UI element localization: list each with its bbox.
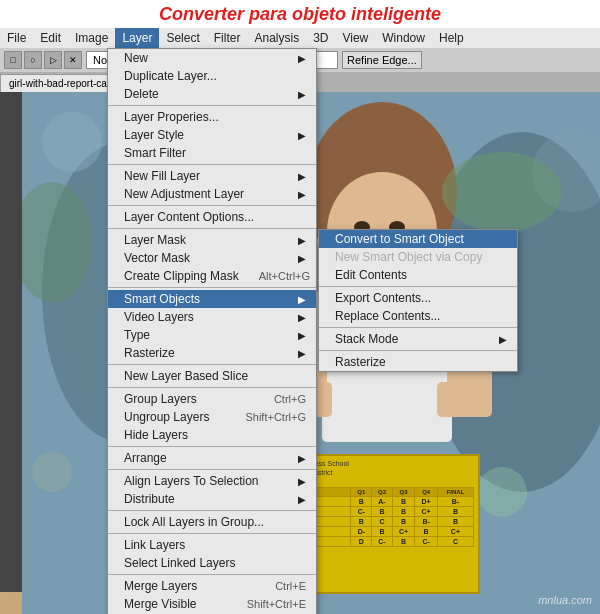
menu-item-new-slice[interactable]: New Layer Based Slice bbox=[108, 367, 316, 385]
separator bbox=[108, 510, 316, 511]
separator bbox=[108, 164, 316, 165]
menu-item-new[interactable]: New▶ bbox=[108, 49, 316, 67]
title-bar: Converter para objeto inteligente bbox=[0, 0, 600, 28]
layer-dropdown-menu[interactable]: New▶ Duplicate Layer... Delete▶ Layer Pr… bbox=[107, 48, 317, 614]
menu-item-layer-mask[interactable]: Layer Mask▶ bbox=[108, 231, 316, 249]
separator bbox=[108, 387, 316, 388]
separator bbox=[108, 287, 316, 288]
menu-item-merge-visible[interactable]: Merge Visible Shift+Ctrl+E bbox=[108, 595, 316, 613]
menu-bar[interactable]: File Edit Image Layer Select Filter Anal… bbox=[0, 28, 600, 48]
separator bbox=[319, 327, 517, 328]
menu-item-ungroup[interactable]: Ungroup Layers Shift+Ctrl+G bbox=[108, 408, 316, 426]
separator bbox=[108, 228, 316, 229]
menu-item-video-layers[interactable]: Video Layers▶ bbox=[108, 308, 316, 326]
menu-item-align[interactable]: Align Layers To Selection▶ bbox=[108, 472, 316, 490]
svg-point-19 bbox=[442, 152, 562, 232]
submenu-item-export[interactable]: Export Contents... bbox=[319, 289, 517, 307]
submenu-item-convert[interactable]: Convert to Smart Object bbox=[319, 230, 517, 248]
menu-analysis[interactable]: Analysis bbox=[247, 28, 306, 48]
menu-item-properties[interactable]: Layer Properies... bbox=[108, 108, 316, 126]
menu-item-adjustment-layer[interactable]: New Adjustment Layer▶ bbox=[108, 185, 316, 203]
separator bbox=[108, 364, 316, 365]
separator bbox=[108, 469, 316, 470]
menu-3d[interactable]: 3D bbox=[306, 28, 335, 48]
menu-item-style[interactable]: Layer Style▶ bbox=[108, 126, 316, 144]
tool-icon-1[interactable]: □ bbox=[4, 51, 22, 69]
svg-point-18 bbox=[32, 452, 72, 492]
menu-file[interactable]: File bbox=[0, 28, 33, 48]
svg-rect-14 bbox=[437, 382, 492, 417]
menu-help[interactable]: Help bbox=[432, 28, 471, 48]
separator bbox=[108, 205, 316, 206]
submenu-item-new-via-copy: New Smart Object via Copy bbox=[319, 248, 517, 266]
menu-item-merge[interactable]: Merge Layers Ctrl+E bbox=[108, 577, 316, 595]
menu-item-vector-mask[interactable]: Vector Mask▶ bbox=[108, 249, 316, 267]
page-title: Converter para objeto inteligente bbox=[159, 4, 441, 25]
menu-image[interactable]: Image bbox=[68, 28, 115, 48]
menu-item-hide[interactable]: Hide Layers bbox=[108, 426, 316, 444]
menu-item-type[interactable]: Type▶ bbox=[108, 326, 316, 344]
menu-filter[interactable]: Filter bbox=[207, 28, 248, 48]
menu-item-fill-layer[interactable]: New Fill Layer▶ bbox=[108, 167, 316, 185]
menu-layer[interactable]: Layer bbox=[115, 28, 159, 48]
menu-select[interactable]: Select bbox=[159, 28, 206, 48]
tools-panel bbox=[0, 92, 22, 592]
tool-icon-3[interactable]: ▷ bbox=[44, 51, 62, 69]
menu-item-link[interactable]: Link Layers bbox=[108, 536, 316, 554]
svg-point-17 bbox=[477, 467, 527, 517]
submenu-item-stack[interactable]: Stack Mode ▶ bbox=[319, 330, 517, 348]
menu-item-lock-all[interactable]: Lock All Layers in Group... bbox=[108, 513, 316, 531]
menu-item-smart-filter[interactable]: Smart Filter bbox=[108, 144, 316, 162]
submenu-item-replace[interactable]: Replace Contents... bbox=[319, 307, 517, 325]
menu-item-rasterize[interactable]: Rasterize▶ bbox=[108, 344, 316, 362]
menu-window[interactable]: Window bbox=[375, 28, 432, 48]
smart-objects-submenu[interactable]: Convert to Smart Object New Smart Object… bbox=[318, 229, 518, 372]
menu-item-clipping-mask[interactable]: Create Clipping Mask Alt+Ctrl+G bbox=[108, 267, 316, 285]
menu-item-distribute[interactable]: Distribute▶ bbox=[108, 490, 316, 508]
tool-icons: □ ○ ▷ ✕ bbox=[4, 51, 82, 69]
separator bbox=[108, 574, 316, 575]
menu-edit[interactable]: Edit bbox=[33, 28, 68, 48]
separator bbox=[319, 286, 517, 287]
separator bbox=[108, 533, 316, 534]
menu-item-content-options[interactable]: Layer Content Options... bbox=[108, 208, 316, 226]
separator bbox=[108, 105, 316, 106]
menu-item-select-linked[interactable]: Select Linked Layers bbox=[108, 554, 316, 572]
submenu-item-rasterize[interactable]: Rasterize bbox=[319, 353, 517, 371]
menu-item-duplicate[interactable]: Duplicate Layer... bbox=[108, 67, 316, 85]
tool-icon-4[interactable]: ✕ bbox=[64, 51, 82, 69]
watermark: mnlua.com bbox=[538, 594, 592, 606]
menu-item-smart-objects[interactable]: Smart Objects▶ bbox=[108, 290, 316, 308]
refine-edge-button[interactable]: Refine Edge... bbox=[342, 51, 422, 69]
separator bbox=[108, 446, 316, 447]
menu-item-arrange[interactable]: Arrange▶ bbox=[108, 449, 316, 467]
separator bbox=[319, 350, 517, 351]
menu-item-group[interactable]: Group Layers Ctrl+G bbox=[108, 390, 316, 408]
submenu-item-edit-contents[interactable]: Edit Contents bbox=[319, 266, 517, 284]
menu-item-delete[interactable]: Delete▶ bbox=[108, 85, 316, 103]
svg-point-15 bbox=[42, 112, 102, 172]
menu-view[interactable]: View bbox=[335, 28, 375, 48]
tool-icon-2[interactable]: ○ bbox=[24, 51, 42, 69]
